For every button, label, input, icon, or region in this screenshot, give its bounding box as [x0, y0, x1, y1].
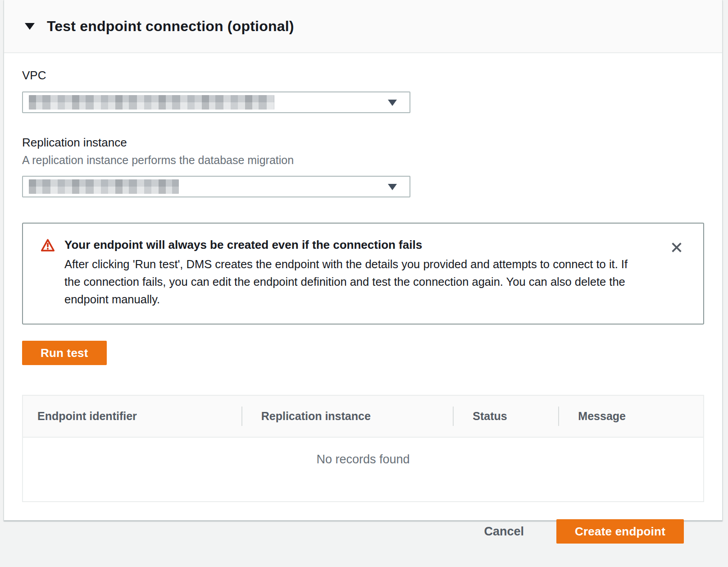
section-content: VPC Replication instance A replication i…: [4, 53, 722, 520]
warning-alert-title: Your endpoint will always be created eve…: [64, 237, 636, 252]
chevron-down-icon: [388, 100, 397, 106]
replication-instance-label: Replication instance: [22, 136, 704, 150]
chevron-down-icon: [388, 184, 397, 190]
empty-state-message: No records found: [23, 438, 703, 501]
section-header-toggle[interactable]: Test endpoint connection (optional): [4, 0, 722, 53]
close-icon[interactable]: [669, 240, 684, 255]
cancel-button[interactable]: Cancel: [480, 525, 529, 539]
vpc-field: VPC: [22, 69, 704, 113]
vpc-label: VPC: [22, 69, 704, 82]
warning-alert-content: Your endpoint will always be created eve…: [64, 237, 636, 308]
test-endpoint-connection-panel: Test endpoint connection (optional) VPC …: [4, 0, 723, 521]
vpc-select[interactable]: [22, 91, 410, 113]
section-title: Test endpoint connection (optional): [47, 18, 294, 35]
test-results-table: Endpoint identifier Replication instance…: [22, 395, 704, 502]
triangle-down-icon: [25, 23, 35, 30]
create-endpoint-button[interactable]: Create endpoint: [556, 519, 684, 544]
replication-instance-field: Replication instance A replication insta…: [22, 136, 704, 197]
column-header-replication-instance: Replication instance: [241, 396, 453, 437]
vpc-redacted-value: [29, 95, 274, 110]
form-actions-footer: Cancel Create endpoint: [0, 496, 728, 567]
column-header-message: Message: [558, 396, 703, 437]
warning-alert-body: After clicking 'Run test', DMS creates t…: [64, 256, 636, 308]
column-header-status: Status: [453, 396, 558, 437]
column-header-endpoint-identifier: Endpoint identifier: [23, 396, 241, 437]
replication-instance-select[interactable]: [22, 176, 410, 197]
warning-alert: Your endpoint will always be created eve…: [22, 223, 704, 325]
warning-triangle-icon: [41, 238, 55, 252]
replication-instance-description: A replication instance performs the data…: [22, 154, 704, 167]
table-header-row: Endpoint identifier Replication instance…: [23, 396, 703, 438]
run-test-button[interactable]: Run test: [22, 341, 107, 365]
replication-instance-redacted-value: [29, 179, 179, 194]
